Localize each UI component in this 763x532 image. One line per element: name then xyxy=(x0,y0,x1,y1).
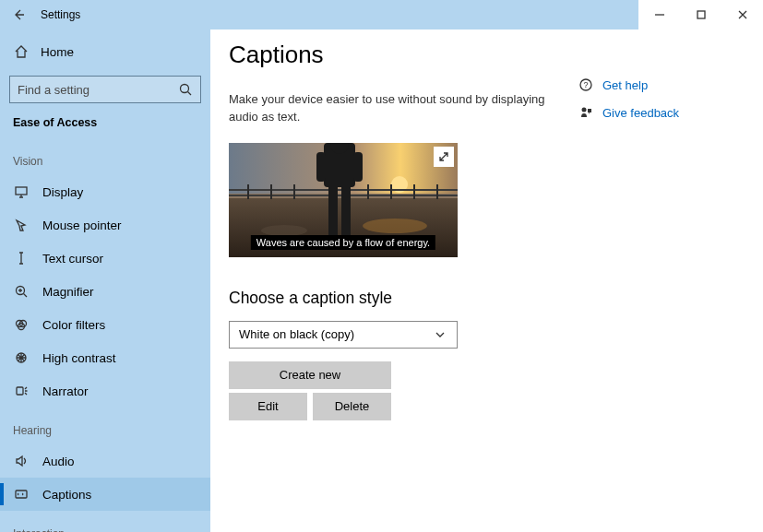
sidebar-item-captions[interactable]: Captions xyxy=(0,478,210,511)
caption-style-dropdown[interactable]: White on black (copy) xyxy=(229,321,458,349)
svg-point-1 xyxy=(181,85,189,93)
svg-rect-20 xyxy=(390,184,392,199)
delete-button[interactable]: Delete xyxy=(313,393,391,420)
sidebar-item-label: Magnifier xyxy=(42,285,94,299)
svg-rect-18 xyxy=(293,184,295,199)
svg-rect-27 xyxy=(341,184,351,240)
preview-caption-text: Waves are caused by a flow of energy. xyxy=(251,235,435,250)
sidebar-item-label: Narrator xyxy=(42,384,89,398)
minimize-icon xyxy=(652,7,667,22)
close-icon xyxy=(735,7,750,22)
aside-links: ? Get help Give feedback xyxy=(578,41,745,532)
sidebar-item-label: Display xyxy=(42,185,83,199)
color-filters-icon xyxy=(13,317,30,332)
svg-rect-8 xyxy=(17,387,23,395)
mouse-pointer-icon xyxy=(13,218,30,232)
window-controls xyxy=(638,0,763,30)
svg-point-35 xyxy=(582,108,587,112)
svg-rect-0 xyxy=(697,11,705,18)
main-content: Captions Make your device easier to use … xyxy=(210,30,763,532)
svg-rect-22 xyxy=(436,184,438,199)
search-icon xyxy=(178,82,193,97)
help-icon: ? xyxy=(578,77,593,92)
get-help-link[interactable]: ? Get help xyxy=(578,77,745,92)
audio-icon xyxy=(13,454,30,468)
window-title: Settings xyxy=(41,8,80,21)
svg-rect-2 xyxy=(16,187,27,195)
display-icon xyxy=(13,184,30,199)
minimize-button[interactable] xyxy=(638,0,680,30)
page-title: Captions xyxy=(229,41,578,69)
edit-button[interactable]: Edit xyxy=(229,393,307,420)
sidebar-item-high-contrast[interactable]: High contrast xyxy=(0,341,210,374)
home-icon xyxy=(13,44,30,59)
button-label: Edit xyxy=(257,399,278,413)
sidebar-item-mouse-pointer[interactable]: Mouse pointer xyxy=(0,208,210,242)
create-new-button[interactable]: Create new xyxy=(229,361,391,389)
high-contrast-icon xyxy=(13,350,30,365)
button-label: Delete xyxy=(335,399,370,413)
section-title: Choose a caption style xyxy=(229,289,578,308)
titlebar: Settings xyxy=(0,0,763,30)
svg-rect-16 xyxy=(247,184,249,199)
group-interaction: Interaction xyxy=(0,511,210,532)
magnifier-icon xyxy=(13,284,30,299)
maximize-button[interactable] xyxy=(680,0,721,30)
captions-icon xyxy=(13,487,30,502)
button-label: Create new xyxy=(280,368,340,382)
give-feedback-link[interactable]: Give feedback xyxy=(578,105,745,120)
page-subtitle: Make your device easier to use without s… xyxy=(229,91,561,126)
close-button[interactable] xyxy=(721,0,763,30)
text-cursor-icon xyxy=(13,251,30,266)
sidebar-item-label: Captions xyxy=(42,488,91,502)
sidebar-item-audio[interactable]: Audio xyxy=(0,444,210,478)
svg-rect-26 xyxy=(328,184,338,240)
link-label: Give feedback xyxy=(602,106,679,120)
group-hearing: Hearing xyxy=(0,408,210,444)
svg-rect-19 xyxy=(367,184,369,199)
svg-point-23 xyxy=(363,219,427,233)
svg-rect-17 xyxy=(270,184,272,199)
sidebar-category: Ease of Access xyxy=(0,116,210,138)
chevron-down-icon xyxy=(433,327,447,342)
maximize-icon xyxy=(694,7,709,22)
narrator-icon xyxy=(13,384,30,398)
back-button[interactable] xyxy=(0,0,37,30)
sidebar-item-narrator[interactable]: Narrator xyxy=(0,374,210,408)
svg-text:?: ? xyxy=(583,80,588,89)
svg-rect-31 xyxy=(316,152,326,182)
sidebar-item-label: Mouse pointer xyxy=(42,219,122,232)
expand-preview-button[interactable] xyxy=(434,147,454,167)
feedback-icon xyxy=(578,105,593,120)
sidebar-item-label: High contrast xyxy=(42,351,116,365)
caption-preview: Waves are caused by a flow of energy. xyxy=(229,143,458,257)
expand-icon xyxy=(436,149,451,164)
sidebar-item-magnifier[interactable]: Magnifier xyxy=(0,275,210,308)
link-label: Get help xyxy=(602,78,648,92)
sidebar-home-label: Home xyxy=(41,45,74,59)
sidebar-home[interactable]: Home xyxy=(0,35,210,68)
sidebar: Home Find a setting Ease of Access Visio… xyxy=(0,30,210,532)
sidebar-item-display[interactable]: Display xyxy=(0,175,210,208)
search-input[interactable]: Find a setting xyxy=(9,76,201,103)
search-placeholder: Find a setting xyxy=(18,83,89,97)
dropdown-value: White on black (copy) xyxy=(239,327,354,341)
sidebar-item-color-filters[interactable]: Color filters xyxy=(0,308,210,341)
svg-rect-9 xyxy=(16,491,27,498)
sidebar-item-label: Audio xyxy=(42,455,75,468)
svg-rect-21 xyxy=(413,184,415,199)
sidebar-item-label: Text cursor xyxy=(42,252,103,266)
group-vision: Vision xyxy=(0,138,210,175)
arrow-left-icon xyxy=(11,7,26,22)
sidebar-item-label: Color filters xyxy=(42,318,105,332)
svg-rect-32 xyxy=(353,152,363,182)
sidebar-item-text-cursor[interactable]: Text cursor xyxy=(0,242,210,275)
